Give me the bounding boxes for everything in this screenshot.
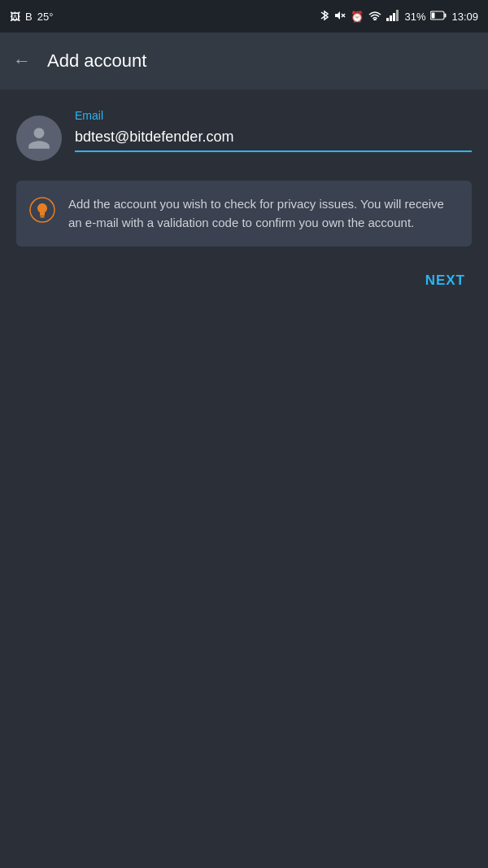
mute-icon [334, 10, 346, 24]
svg-rect-7 [396, 10, 399, 21]
svg-point-3 [374, 19, 376, 20]
battery-icon [430, 11, 447, 23]
b-icon: B [25, 11, 33, 23]
back-button[interactable]: ← [13, 50, 31, 72]
main-content: Email Add the account you wish to check … [0, 89, 488, 315]
alarm-icon: ⏰ [351, 11, 364, 23]
svg-rect-4 [386, 18, 389, 21]
email-section: Email [16, 109, 472, 161]
svg-rect-10 [432, 12, 435, 18]
svg-rect-6 [393, 13, 395, 21]
page-title: Add account [47, 50, 146, 72]
wifi-icon [368, 11, 381, 23]
email-input[interactable] [75, 125, 472, 152]
temp-label: 25° [37, 11, 54, 23]
lightbulb-icon [29, 197, 55, 223]
svg-rect-9 [445, 13, 447, 17]
next-button[interactable]: NEXT [422, 266, 468, 295]
top-bar: ← Add account [0, 33, 488, 89]
info-text: Add the account you wish to check for pr… [68, 195, 459, 232]
svg-rect-13 [41, 216, 45, 218]
status-right: ⏰ 31% [320, 9, 478, 24]
status-left: 🖼 B 25° [10, 11, 53, 23]
svg-rect-12 [40, 215, 45, 216]
svg-rect-5 [390, 15, 392, 21]
signal-icon [386, 10, 399, 24]
avatar [16, 116, 62, 161]
email-input-wrapper: Email [75, 109, 472, 152]
status-bar: 🖼 B 25° ⏰ [0, 0, 488, 33]
photo-icon: 🖼 [10, 11, 20, 23]
svg-marker-0 [335, 11, 340, 20]
bluetooth-icon [320, 9, 329, 24]
battery-label: 31% [404, 11, 425, 23]
next-row: NEXT [16, 266, 472, 295]
info-box: Add the account you wish to check for pr… [16, 181, 472, 246]
email-label: Email [75, 109, 472, 122]
time-label: 13:09 [451, 11, 478, 23]
user-icon [26, 125, 52, 151]
